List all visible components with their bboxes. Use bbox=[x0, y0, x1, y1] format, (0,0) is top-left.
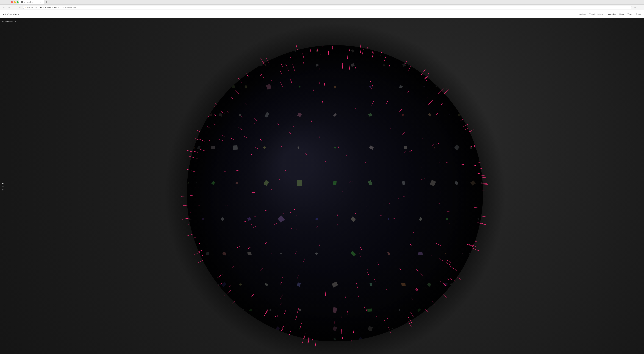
address-path: /container/immersive bbox=[58, 6, 76, 8]
address-bar-row: ← → ↻ ⌂ ⚠ Not Secure | artofthemarch.bos… bbox=[0, 4, 644, 10]
refresh-button[interactable]: ↻ bbox=[12, 5, 17, 10]
traffic-lights bbox=[11, 1, 18, 3]
address-bar[interactable]: ⚠ Not Secure | artofthemarch.boston /con… bbox=[23, 6, 632, 9]
forward-button[interactable]: → bbox=[7, 5, 11, 10]
home-button[interactable]: ⌂ bbox=[18, 5, 22, 10]
browser-chrome: Immersive × + ← → ↻ ⌂ ⚠ Not Secure | art… bbox=[0, 0, 644, 10]
website: Art of the March Archive Visual interfac… bbox=[0, 10, 644, 354]
tab-title: Immersive bbox=[24, 1, 39, 3]
sphere-canvas[interactable] bbox=[0, 18, 644, 354]
site-header: Art of the March Archive Visual interfac… bbox=[0, 10, 644, 18]
security-warning-icon: ⚠ bbox=[25, 6, 26, 8]
security-label: Not Secure bbox=[27, 6, 37, 8]
dot-indicators bbox=[2, 183, 4, 190]
tab-bar: Immersive × + bbox=[0, 0, 644, 4]
nav-team[interactable]: Team bbox=[628, 13, 632, 16]
maximize-window-button[interactable] bbox=[17, 1, 18, 3]
main-visualization: Art of the March bbox=[0, 18, 644, 354]
address-domain: artofthemarch.boston bbox=[40, 6, 58, 8]
dot-indicator-2[interactable] bbox=[2, 189, 4, 190]
nav-archive[interactable]: Archive bbox=[580, 13, 586, 16]
nav-visual-interface[interactable]: Visual interface bbox=[589, 13, 603, 16]
back-button[interactable]: ← bbox=[2, 5, 6, 10]
browser-menu-button[interactable]: ⋮ bbox=[638, 5, 642, 10]
address-separator: | bbox=[38, 6, 38, 8]
nav-immersive[interactable]: Immersive bbox=[606, 13, 616, 16]
browser-window: Immersive × + ← → ↻ ⌂ ⚠ Not Secure | art… bbox=[0, 0, 644, 354]
browser-tab-active[interactable]: Immersive × bbox=[19, 0, 44, 4]
bookmark-button[interactable]: ☆ bbox=[633, 5, 637, 10]
site-nav: Archive Visual interface Immersive About… bbox=[580, 13, 641, 16]
nav-press[interactable]: Press bbox=[636, 13, 641, 16]
dot-indicator-0[interactable] bbox=[2, 183, 4, 184]
tab-close-button[interactable]: × bbox=[40, 1, 42, 4]
new-tab-button[interactable]: + bbox=[44, 0, 49, 4]
dot-indicator-1[interactable] bbox=[2, 186, 4, 187]
nav-about[interactable]: About bbox=[619, 13, 624, 16]
site-logo[interactable]: Art of the March bbox=[3, 13, 19, 16]
minimize-window-button[interactable] bbox=[14, 1, 16, 3]
tab-favicon-icon bbox=[21, 1, 23, 3]
page-subtitle: Art of the March bbox=[2, 20, 16, 23]
close-window-button[interactable] bbox=[11, 1, 13, 3]
